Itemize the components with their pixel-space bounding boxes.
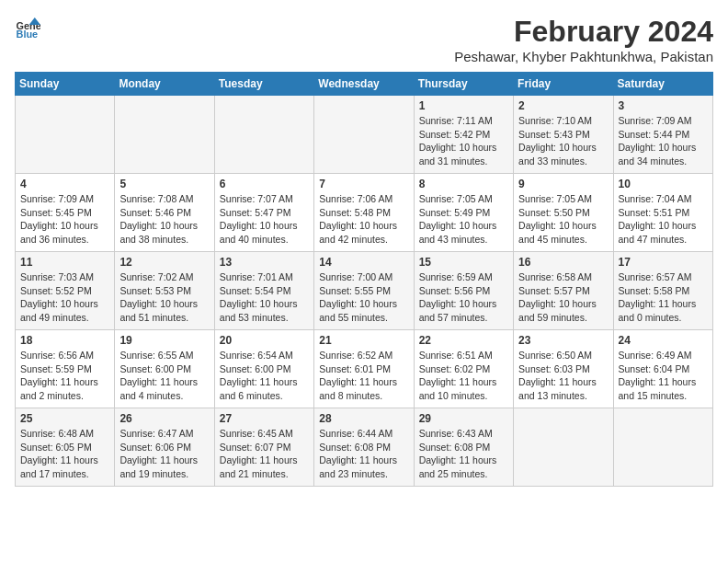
calendar-cell: 17Sunrise: 6:57 AMSunset: 5:58 PMDayligh…	[613, 252, 712, 330]
day-number: 13	[220, 256, 309, 269]
weekday-header-row: SundayMondayTuesdayWednesdayThursdayFrid…	[16, 73, 713, 96]
calendar-week-row: 4Sunrise: 7:09 AMSunset: 5:45 PMDaylight…	[16, 174, 713, 252]
day-info: Sunrise: 6:52 AMSunset: 6:01 PMDaylight:…	[319, 349, 408, 403]
calendar-cell: 1Sunrise: 7:11 AMSunset: 5:42 PMDaylight…	[414, 96, 513, 174]
day-info: Sunrise: 6:50 AMSunset: 6:03 PMDaylight:…	[518, 349, 608, 403]
day-info: Sunrise: 6:57 AMSunset: 5:58 PMDaylight:…	[619, 270, 708, 325]
day-number: 1	[419, 99, 508, 112]
weekday-header-friday: Friday	[514, 73, 613, 96]
calendar-cell: 22Sunrise: 6:51 AMSunset: 6:02 PMDayligh…	[414, 330, 513, 408]
day-info: Sunrise: 7:03 AMSunset: 5:52 PMDaylight:…	[20, 270, 109, 325]
day-info: Sunrise: 7:06 AMSunset: 5:48 PMDaylight:…	[319, 192, 408, 247]
calendar-cell: 14Sunrise: 7:00 AMSunset: 5:55 PMDayligh…	[314, 252, 414, 330]
day-info: Sunrise: 7:09 AMSunset: 5:45 PMDaylight:…	[20, 192, 109, 247]
day-number: 5	[119, 178, 209, 190]
day-number: 20	[220, 334, 309, 347]
location-subtitle: Peshawar, Khyber Pakhtunkhwa, Pakistan	[454, 49, 713, 64]
day-info: Sunrise: 7:10 AMSunset: 5:43 PMDaylight:…	[518, 114, 608, 168]
day-info: Sunrise: 7:07 AMSunset: 5:47 PMDaylight:…	[220, 192, 309, 247]
calendar-cell: 29Sunrise: 6:43 AMSunset: 6:08 PMDayligh…	[414, 408, 513, 487]
calendar-cell: 20Sunrise: 6:54 AMSunset: 6:00 PMDayligh…	[214, 330, 313, 408]
day-info: Sunrise: 7:05 AMSunset: 5:50 PMDaylight:…	[518, 192, 608, 247]
day-info: Sunrise: 6:56 AMSunset: 5:59 PMDaylight:…	[20, 349, 109, 403]
day-number: 21	[319, 334, 408, 347]
day-number: 14	[319, 256, 408, 269]
calendar-cell: 3Sunrise: 7:09 AMSunset: 5:44 PMDaylight…	[613, 96, 712, 174]
calendar-cell: 26Sunrise: 6:47 AMSunset: 6:06 PMDayligh…	[115, 408, 214, 487]
day-info: Sunrise: 7:04 AMSunset: 5:51 PMDaylight:…	[619, 192, 708, 247]
calendar-cell: 13Sunrise: 7:01 AMSunset: 5:54 PMDayligh…	[214, 252, 313, 330]
day-info: Sunrise: 7:08 AMSunset: 5:46 PMDaylight:…	[119, 192, 209, 247]
day-info: Sunrise: 7:01 AMSunset: 5:54 PMDaylight:…	[220, 270, 309, 325]
calendar-cell	[314, 96, 414, 174]
weekday-header-saturday: Saturday	[613, 73, 712, 96]
calendar-cell: 27Sunrise: 6:45 AMSunset: 6:07 PMDayligh…	[214, 408, 313, 487]
day-number: 27	[220, 412, 309, 425]
logo-icon: General Blue	[15, 15, 40, 40]
day-number: 26	[119, 412, 209, 425]
calendar-cell: 23Sunrise: 6:50 AMSunset: 6:03 PMDayligh…	[514, 330, 613, 408]
calendar-cell: 15Sunrise: 6:59 AMSunset: 5:56 PMDayligh…	[414, 252, 513, 330]
day-info: Sunrise: 7:11 AMSunset: 5:42 PMDaylight:…	[419, 114, 508, 168]
day-number: 25	[20, 412, 109, 425]
day-number: 29	[419, 412, 508, 425]
day-number: 22	[419, 334, 508, 347]
calendar-cell: 7Sunrise: 7:06 AMSunset: 5:48 PMDaylight…	[314, 174, 414, 252]
calendar-cell: 4Sunrise: 7:09 AMSunset: 5:45 PMDaylight…	[16, 174, 115, 252]
calendar-week-row: 11Sunrise: 7:03 AMSunset: 5:52 PMDayligh…	[16, 252, 713, 330]
day-number: 10	[619, 178, 708, 190]
calendar-cell	[214, 96, 313, 174]
calendar-cell: 10Sunrise: 7:04 AMSunset: 5:51 PMDayligh…	[613, 174, 712, 252]
day-info: Sunrise: 6:51 AMSunset: 6:02 PMDaylight:…	[419, 349, 508, 403]
calendar-cell: 21Sunrise: 6:52 AMSunset: 6:01 PMDayligh…	[314, 330, 414, 408]
day-info: Sunrise: 7:09 AMSunset: 5:44 PMDaylight:…	[619, 114, 708, 168]
page-header: General Blue February 2024 Peshawar, Khy…	[15, 15, 713, 64]
day-number: 18	[20, 334, 109, 347]
month-year-title: February 2024	[454, 15, 713, 49]
title-area: February 2024 Peshawar, Khyber Pakhtunkh…	[454, 15, 713, 64]
day-info: Sunrise: 7:02 AMSunset: 5:53 PMDaylight:…	[119, 270, 209, 325]
day-info: Sunrise: 7:05 AMSunset: 5:49 PMDaylight:…	[419, 192, 508, 247]
calendar-cell: 24Sunrise: 6:49 AMSunset: 6:04 PMDayligh…	[613, 330, 712, 408]
day-number: 28	[319, 412, 408, 425]
day-number: 12	[119, 256, 209, 269]
calendar-cell	[115, 96, 214, 174]
calendar-cell: 6Sunrise: 7:07 AMSunset: 5:47 PMDaylight…	[214, 174, 313, 252]
day-info: Sunrise: 6:47 AMSunset: 6:06 PMDaylight:…	[119, 427, 209, 481]
day-info: Sunrise: 6:44 AMSunset: 6:08 PMDaylight:…	[319, 427, 408, 481]
day-info: Sunrise: 6:55 AMSunset: 6:00 PMDaylight:…	[119, 349, 209, 403]
weekday-header-tuesday: Tuesday	[214, 73, 313, 96]
calendar-cell	[613, 408, 712, 487]
calendar-cell: 12Sunrise: 7:02 AMSunset: 5:53 PMDayligh…	[115, 252, 214, 330]
calendar-week-row: 1Sunrise: 7:11 AMSunset: 5:42 PMDaylight…	[16, 96, 713, 174]
calendar-week-row: 25Sunrise: 6:48 AMSunset: 6:05 PMDayligh…	[16, 408, 713, 487]
calendar-table: SundayMondayTuesdayWednesdayThursdayFrid…	[15, 72, 713, 487]
calendar-cell: 28Sunrise: 6:44 AMSunset: 6:08 PMDayligh…	[314, 408, 414, 487]
calendar-cell: 9Sunrise: 7:05 AMSunset: 5:50 PMDaylight…	[514, 174, 613, 252]
day-info: Sunrise: 6:58 AMSunset: 5:57 PMDaylight:…	[518, 270, 608, 325]
day-info: Sunrise: 6:59 AMSunset: 5:56 PMDaylight:…	[419, 270, 508, 325]
calendar-cell: 5Sunrise: 7:08 AMSunset: 5:46 PMDaylight…	[115, 174, 214, 252]
day-number: 7	[319, 178, 408, 190]
calendar-cell	[16, 96, 115, 174]
calendar-cell: 25Sunrise: 6:48 AMSunset: 6:05 PMDayligh…	[16, 408, 115, 487]
day-info: Sunrise: 6:49 AMSunset: 6:04 PMDaylight:…	[619, 349, 708, 403]
day-number: 8	[419, 178, 508, 190]
day-number: 9	[518, 178, 608, 190]
weekday-header-monday: Monday	[115, 73, 214, 96]
weekday-header-wednesday: Wednesday	[314, 73, 414, 96]
day-info: Sunrise: 6:43 AMSunset: 6:08 PMDaylight:…	[419, 427, 508, 481]
calendar-cell: 19Sunrise: 6:55 AMSunset: 6:00 PMDayligh…	[115, 330, 214, 408]
day-number: 2	[518, 99, 608, 112]
day-info: Sunrise: 6:45 AMSunset: 6:07 PMDaylight:…	[220, 427, 309, 481]
svg-text:Blue: Blue	[17, 29, 39, 40]
calendar-cell: 18Sunrise: 6:56 AMSunset: 5:59 PMDayligh…	[16, 330, 115, 408]
calendar-cell: 2Sunrise: 7:10 AMSunset: 5:43 PMDaylight…	[514, 96, 613, 174]
calendar-cell: 16Sunrise: 6:58 AMSunset: 5:57 PMDayligh…	[514, 252, 613, 330]
day-number: 4	[20, 178, 109, 190]
calendar-cell: 11Sunrise: 7:03 AMSunset: 5:52 PMDayligh…	[16, 252, 115, 330]
logo: General Blue	[15, 15, 40, 40]
day-number: 19	[119, 334, 209, 347]
day-number: 16	[518, 256, 608, 269]
day-info: Sunrise: 7:00 AMSunset: 5:55 PMDaylight:…	[319, 270, 408, 325]
